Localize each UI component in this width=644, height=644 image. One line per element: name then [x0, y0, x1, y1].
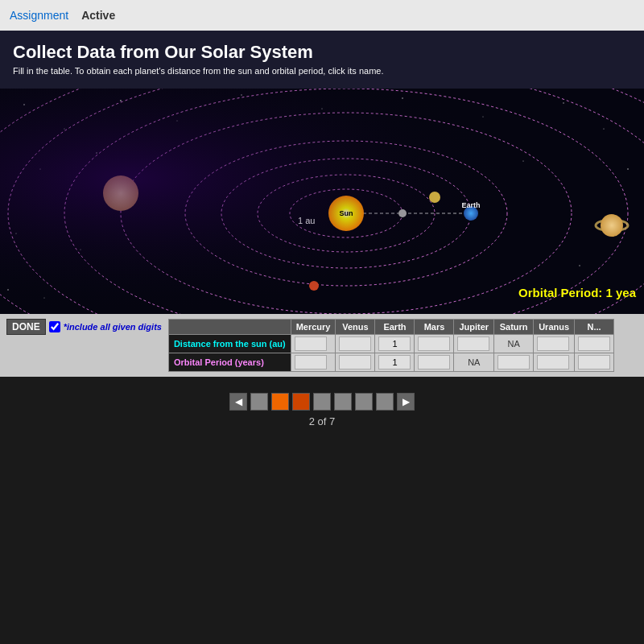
- mercury-period-input[interactable]: [295, 355, 327, 369]
- page-5-button[interactable]: [334, 393, 352, 411]
- svg-rect-43: [0, 89, 644, 314]
- page-title: Collect Data from Our Solar System: [13, 42, 631, 63]
- pagination: ◀ ▶ 2 of 7: [0, 377, 644, 434]
- mars-period-input[interactable]: [418, 355, 450, 369]
- col-mars[interactable]: Mars: [415, 320, 454, 335]
- jupiter-distance-cell[interactable]: [454, 335, 494, 353]
- active-status: Active: [81, 9, 115, 22]
- mercury-distance-cell[interactable]: [291, 335, 336, 353]
- solar-system-diagram: 1 au Sun Earth: [0, 89, 644, 314]
- page-7-button[interactable]: [376, 393, 394, 411]
- page-2-button[interactable]: [271, 393, 289, 411]
- col-earth[interactable]: Earth: [375, 320, 415, 335]
- uranus-period-cell[interactable]: [534, 353, 575, 372]
- saturn-distance-cell: NA: [494, 335, 534, 353]
- instruction-text: Fill in the table. To obtain each planet…: [13, 66, 631, 76]
- done-button[interactable]: DONE: [6, 319, 46, 335]
- saturn-period-input[interactable]: [497, 355, 530, 369]
- table-area: DONE *include all given digits Mercury V…: [0, 314, 644, 377]
- venus-period-input[interactable]: [339, 355, 371, 369]
- page-3-button[interactable]: [292, 393, 310, 411]
- done-checkbox[interactable]: [49, 321, 60, 332]
- earth-distance-input[interactable]: [378, 336, 411, 351]
- assignment-link[interactable]: Assignment: [10, 9, 68, 22]
- done-section: DONE *include all given digits: [6, 319, 162, 335]
- uranus-distance-cell[interactable]: [534, 335, 575, 353]
- col-empty: [168, 320, 291, 335]
- earth-period-input[interactable]: [378, 355, 411, 369]
- page-4-button[interactable]: [313, 393, 331, 411]
- distance-label: Distance from the sun (au): [168, 335, 291, 353]
- col-venus[interactable]: Venus: [336, 320, 375, 335]
- mars-distance-cell[interactable]: [415, 335, 454, 353]
- neptune-period-cell[interactable]: [575, 353, 614, 372]
- prev-page-button[interactable]: ◀: [229, 393, 247, 411]
- orbital-period-label: Orbital Period: 1 yea: [518, 286, 636, 299]
- mars-distance-input[interactable]: [418, 336, 450, 351]
- neptune-distance-input[interactable]: [578, 336, 610, 351]
- distance-row: Distance from the sun (au) NA: [168, 335, 613, 353]
- bottom-area: [0, 434, 644, 595]
- jupiter-period-cell: NA: [454, 353, 494, 372]
- col-uranus[interactable]: Uranus: [534, 320, 575, 335]
- neptune-period-input[interactable]: [578, 355, 610, 369]
- col-mercury[interactable]: Mercury: [291, 320, 336, 335]
- include-digits-label: *include all given digits: [64, 322, 162, 332]
- top-bar: Assignment Active: [0, 0, 644, 31]
- earth-distance-cell[interactable]: [375, 335, 415, 353]
- period-label: Orbital Period (years): [168, 353, 291, 372]
- data-table: Mercury Venus Earth Mars Jupiter Saturn …: [168, 319, 614, 372]
- jupiter-distance-input[interactable]: [457, 336, 489, 351]
- page-controls: ◀ ▶: [229, 393, 415, 411]
- mercury-distance-input[interactable]: [295, 336, 327, 351]
- next-page-button[interactable]: ▶: [397, 393, 415, 411]
- earth-period-cell[interactable]: [375, 353, 415, 372]
- uranus-period-input[interactable]: [537, 355, 569, 369]
- venus-period-cell[interactable]: [336, 353, 375, 372]
- venus-distance-input[interactable]: [339, 336, 371, 351]
- neptune-distance-cell[interactable]: [575, 335, 614, 353]
- mercury-period-cell[interactable]: [291, 353, 336, 372]
- uranus-distance-input[interactable]: [537, 336, 569, 351]
- page-counter: 2 of 7: [309, 415, 336, 427]
- main-content: Collect Data from Our Solar System Fill …: [0, 31, 644, 89]
- col-saturn[interactable]: Saturn: [494, 320, 534, 335]
- mars-period-cell[interactable]: [415, 353, 454, 372]
- page-1-button[interactable]: [250, 393, 268, 411]
- venus-distance-cell[interactable]: [336, 335, 375, 353]
- page-6-button[interactable]: [355, 393, 373, 411]
- period-row: Orbital Period (years) NA: [168, 353, 613, 372]
- col-jupiter[interactable]: Jupiter: [454, 320, 494, 335]
- saturn-period-cell[interactable]: [494, 353, 534, 372]
- col-neptune[interactable]: N...: [575, 320, 614, 335]
